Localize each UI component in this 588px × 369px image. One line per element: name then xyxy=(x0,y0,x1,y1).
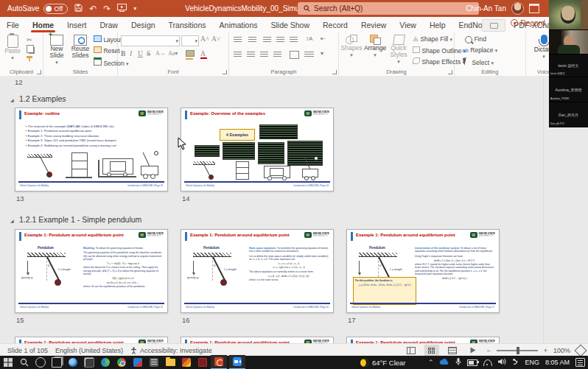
tab-design[interactable]: Design xyxy=(125,17,162,32)
snip-icon[interactable] xyxy=(81,356,97,369)
zoom-icon[interactable] xyxy=(229,355,245,369)
matlab-icon[interactable] xyxy=(178,356,195,369)
autosave-toggle[interactable]: Off xyxy=(43,4,68,14)
character-spacing-icon[interactable]: A↔ xyxy=(155,50,166,57)
slide-thumbnail-20[interactable]: Example 1: Pendulum around equilibrium p… xyxy=(346,337,500,343)
font-size-select[interactable]: ▾ xyxy=(181,35,199,46)
slide-thumbnail-19[interactable]: Example 1: Pendulum around equilibrium p… xyxy=(181,337,334,343)
format-painter-button[interactable] xyxy=(27,55,36,63)
microphone-icon[interactable] xyxy=(455,358,461,368)
tab-record[interactable]: Record xyxy=(316,17,354,32)
tab-draw[interactable]: Draw xyxy=(93,17,125,32)
user-name[interactable]: Chin-An Tan xyxy=(466,4,506,13)
action-center-icon[interactable] xyxy=(575,358,585,367)
onedrive-icon[interactable] xyxy=(439,359,449,367)
acrobat-icon[interactable] xyxy=(195,356,211,369)
weather-text[interactable]: 64°F Clear xyxy=(372,359,406,367)
mail-icon[interactable] xyxy=(65,356,81,369)
zoom-slider[interactable] xyxy=(497,350,538,351)
reuse-slides-button[interactable]: Reuse Slides xyxy=(69,35,92,59)
wifi-icon[interactable] xyxy=(483,359,492,366)
align-right-icon[interactable] xyxy=(260,52,268,57)
paragraph-dialog-launcher[interactable] xyxy=(332,70,337,74)
zoom-in-button[interactable]: + xyxy=(544,347,547,354)
reset-button[interactable]: Reset xyxy=(94,46,120,55)
participant-tile-5[interactable]: Dan_薛丹丹 Dan_薛丹丹 xyxy=(549,102,588,127)
section-header-examples[interactable]: 1.2 Examples xyxy=(19,94,66,103)
font-name-select[interactable]: ▾ xyxy=(121,35,180,46)
section-collapse-icon[interactable]: ◢ xyxy=(10,97,14,102)
slide-thumbnail-13[interactable]: Example: outline WWAYNE STATEUNIVERSITY … xyxy=(15,108,168,191)
bullets-icon[interactable] xyxy=(234,37,242,43)
new-slide-button[interactable]: + New Slide▾ xyxy=(45,35,69,66)
align-center-icon[interactable] xyxy=(247,52,255,57)
qat-customize-icon[interactable]: ▾ xyxy=(133,5,136,12)
fit-to-window-icon[interactable] xyxy=(575,344,587,356)
select-button[interactable]: Select ▾ xyxy=(463,57,494,66)
arrange-button[interactable]: Arrange▾ xyxy=(363,35,387,58)
change-case-icon[interactable]: Aa▾ xyxy=(168,50,178,57)
slide-thumbnail-18[interactable]: Example 1: Pendulum around equilibrium p… xyxy=(15,337,168,343)
tab-review[interactable]: Review xyxy=(354,17,393,32)
tab-file[interactable]: File xyxy=(0,17,26,32)
bold-button[interactable]: B xyxy=(121,50,125,57)
language-indicator[interactable]: English (United States) xyxy=(55,347,123,354)
cortana-icon[interactable] xyxy=(32,356,49,369)
slideshow-from-start-icon[interactable] xyxy=(117,4,127,14)
tab-animations[interactable]: Animations xyxy=(213,17,265,32)
device-icon[interactable] xyxy=(512,358,519,367)
numbering-icon[interactable] xyxy=(248,37,256,43)
redo-icon[interactable]: ↷ xyxy=(103,4,111,14)
explorer-icon[interactable] xyxy=(162,356,178,369)
underline-button[interactable]: U xyxy=(138,50,143,57)
participant-tile-3[interactable]: kevin 赵经文 kevin 赵经文 xyxy=(549,55,588,77)
start-icon[interactable] xyxy=(0,356,16,369)
accessibility-status[interactable]: Accessibility: Investigate xyxy=(130,347,212,354)
copy-button[interactable] xyxy=(27,45,36,53)
tab-slide-show[interactable]: Slide Show xyxy=(265,17,317,32)
taskview-icon[interactable] xyxy=(49,356,65,369)
remote-icon[interactable] xyxy=(130,356,146,369)
tab-home[interactable]: Home xyxy=(26,17,60,32)
section-collapse-icon[interactable]: ◢ xyxy=(10,218,14,223)
cut-button[interactable]: ✂ xyxy=(27,35,36,43)
zoom-slider-thumb[interactable] xyxy=(517,347,519,354)
paragraph-more-icon[interactable]: ▾ xyxy=(321,50,323,57)
decrease-indent-icon[interactable] xyxy=(263,37,271,43)
search-input[interactable]: Search (Alt+Q) xyxy=(298,2,479,15)
quick-styles-button[interactable]: Quick Styles▾ xyxy=(388,35,410,65)
tab-transitions[interactable]: Transitions xyxy=(162,17,213,32)
slide-indicator[interactable]: Slide 1 of 105 xyxy=(7,347,48,354)
window-icon[interactable] xyxy=(529,4,539,13)
slide-thumbnail-17[interactable]: Example 1: Pendulum around equilibrium p… xyxy=(346,229,500,313)
highlight-color-icon[interactable] xyxy=(186,50,195,60)
record-button[interactable]: Record xyxy=(511,18,545,27)
find-button[interactable]: Find xyxy=(465,35,486,43)
italic-button[interactable]: I xyxy=(130,50,132,57)
line-spacing-icon[interactable] xyxy=(290,37,298,43)
participant-tile-4[interactable]: Auntima_李明明 Auntima_李明明 xyxy=(549,77,588,102)
volume-icon[interactable] xyxy=(498,358,506,367)
tab-view[interactable]: View xyxy=(393,17,423,32)
decrease-font-icon[interactable]: A˅ xyxy=(211,35,220,43)
strikethrough-button[interactable]: S xyxy=(147,50,150,57)
language-button[interactable]: ENG xyxy=(525,359,539,366)
hidden-icons-chevron[interactable]: ⌃ xyxy=(428,359,434,366)
avatar[interactable] xyxy=(511,2,524,15)
clock[interactable]: 8:05 AM xyxy=(545,359,570,366)
slide-thumbnail-16[interactable]: Example 1: Pendulum around equilibrium p… xyxy=(181,229,334,313)
chrome-icon[interactable] xyxy=(113,356,130,369)
drawing-dialog-launcher[interactable] xyxy=(448,70,452,74)
zoom-percentage[interactable]: 100% xyxy=(553,347,570,354)
zoom-out-button[interactable]: − xyxy=(486,347,490,354)
tab-insert[interactable]: Insert xyxy=(60,17,93,32)
weather-icon[interactable] xyxy=(356,356,372,369)
comments-button[interactable] xyxy=(482,19,505,32)
shape-fill-button[interactable]: Shape Fill ▾ xyxy=(413,35,452,43)
battery-icon[interactable] xyxy=(467,359,477,366)
search-icon[interactable] xyxy=(16,356,32,369)
tab-help[interactable]: Help xyxy=(423,17,452,32)
align-left-icon[interactable] xyxy=(234,52,242,57)
paste-button[interactable]: Paste▾ xyxy=(2,35,23,61)
font-dialog-launcher[interactable] xyxy=(223,70,227,74)
